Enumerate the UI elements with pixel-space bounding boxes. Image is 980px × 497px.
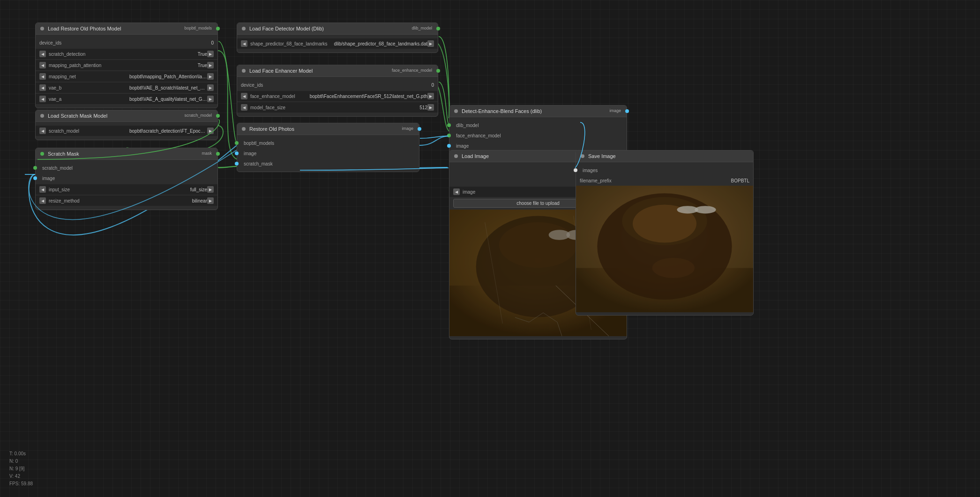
model-face-size-left-btn[interactable]: ◀ [241,104,247,111]
mapping-net-right-btn[interactable]: ▶ [207,73,214,80]
node-status-dot [454,109,458,113]
input-port-image [235,151,239,155]
images-label: images [583,168,749,173]
output-label-face-enhance: face_enhance_model [392,68,432,73]
device-ids-value: 0 [127,40,214,45]
load-face-enhancer-node: Load Face Enhancer Model face_enhance_mo… [237,65,438,117]
node-status-dot [40,114,44,118]
mapping-patch-left-btn[interactable]: ◀ [39,62,46,68]
output-port-face-enhance [436,69,440,73]
load-scratch-mask-node: Load Scratch Mask Model scratch_model ◀ … [35,110,218,140]
node-status-dot [454,154,458,158]
input-size-value: full_size [129,187,207,192]
input-port-dlib [447,123,451,127]
scratch-detection-right-btn[interactable]: ▶ [207,51,214,57]
node-status-dot [242,27,246,30]
node-body: scratch_model image ◀ input_size full_si… [36,160,217,210]
vae-b-row: ◀ vae_b bopbtl\VAE_B_scratch\latest_net_… [36,83,217,93]
input-size-right-btn[interactable]: ▶ [207,186,214,193]
scratch-detection-label: scratch_detection [46,52,129,57]
scratch-model-left-btn[interactable]: ◀ [39,128,46,134]
device-ids-label: device_ids [241,83,337,88]
node-title: Save Image [588,153,616,159]
vae-b-left-btn[interactable]: ◀ [39,84,46,91]
landmarks-row: ◀ shape_predictor_68_face_landmarks dlib… [237,38,438,49]
input-size-label: input_size [46,187,129,192]
node-header: Load Face Detector Model (Dlib) dlib_mod… [237,23,438,35]
output-port-mask [216,152,220,156]
image-label: image [244,151,415,156]
face-enhance-label: face_enhance_model [247,94,298,99]
svg-rect-18 [576,186,753,312]
face-enhance-value: bopbtl\FaceEnhancement\FaceSR_512\latest… [298,94,427,99]
output-label-bopbtl: bopbtl_models [184,26,212,30]
resize-method-right-btn[interactable]: ▶ [207,197,214,204]
enhanced-photo-svg [576,186,753,312]
input-port-image [447,144,451,148]
scratch-detection-row: ◀ scratch_detection True ▶ [36,49,217,59]
vae-a-right-btn[interactable]: ▶ [207,96,214,102]
node-header: Load Face Enhancer Model face_enhance_mo… [237,65,438,77]
enhanced-photo-preview [576,186,753,312]
model-face-size-right-btn[interactable]: ▶ [427,104,434,111]
resize-method-left-btn[interactable]: ◀ [39,197,46,204]
landmarks-label: shape_predictor_68_face_landmarks [247,41,330,46]
image-input-row: image [36,173,217,183]
node-body: device_ids 0 ◀ face_enhance_model bopbtl… [237,77,438,116]
node-title: Load Image [462,153,489,159]
input-port-bopbtl [235,141,239,145]
node-status-dot [242,69,246,73]
restore-old-photos-node: Restore Old Photos image bopbtl_models i… [237,123,419,172]
status-n1: N: 0 [9,458,33,465]
node-body: ◀ shape_predictor_68_face_landmarks dlib… [237,35,438,53]
status-n2: N: 9 [9] [9,465,33,473]
scratch-model-value: bopbtl\scratch_detection\FT_Epoch_latest… [129,128,207,134]
node-status-dot [581,154,584,158]
image-file-label: image [460,189,541,195]
landmarks-right-btn[interactable]: ▶ [427,40,434,47]
image-input-label: image [42,176,214,181]
vae-b-right-btn[interactable]: ▶ [207,84,214,91]
vae-a-left-btn[interactable]: ◀ [39,96,46,102]
mapping-patch-row: ◀ mapping_patch_attention True ▶ [36,60,217,70]
node-title: Load Scratch Mask Model [48,113,107,119]
images-input-row: images [576,165,753,175]
status-bar: T: 0.00s N: 0 N: 9 [9] V: 42 FPS: 59.88 [9,450,33,488]
scratch-model-input-row: scratch_model [36,163,217,173]
mapping-net-left-btn[interactable]: ◀ [39,73,46,80]
node-body: images filename_prefix BOPBTL [576,162,753,315]
face-enhance-left-btn[interactable]: ◀ [241,93,247,99]
input-size-left-btn[interactable]: ◀ [39,186,46,193]
device-ids-row: device_ids 0 [237,80,438,90]
model-face-size-value: 512 [340,105,427,110]
output-port-dlib [436,27,440,30]
face-enhance-input-row: face_enhance_model [449,130,627,141]
output-port-image [625,109,629,113]
mapping-patch-label: mapping_patch_attention [46,63,129,68]
scratch-detection-left-btn[interactable]: ◀ [39,51,46,57]
vae-a-label: vae_a [46,97,129,102]
device-ids-row: device_ids 0 [36,38,217,48]
vae-a-value: bopbtl\VAE_A_quality\latest_net_G.pth [129,97,207,102]
node-status-dot [40,27,44,30]
scratch-detection-value: True [129,52,207,57]
load-restore-model-node: Load Restore Old Photos Model bopbtl_mod… [35,23,218,108]
status-v: V: 42 [9,473,33,480]
face-enhance-right-btn[interactable]: ▶ [427,93,434,99]
scratch-mask-label: scratch_mask [244,161,415,166]
scratch-model-right-btn[interactable]: ▶ [207,128,214,134]
image-label: image [456,143,623,149]
node-header: Save Image [576,151,753,162]
mapping-net-label: mapping_net [46,74,129,79]
model-face-size-label: model_face_size [247,105,340,110]
output-label-scratch: scratch_model [184,113,212,118]
scratch-mask-input-row: scratch_mask [237,158,419,169]
image-file-left-btn[interactable]: ◀ [453,188,460,195]
output-port-bopbtl [216,27,220,30]
device-ids-value: 0 [337,83,434,88]
face-enhance-model-row: ◀ face_enhance_model bopbtl\FaceEnhancem… [237,91,438,101]
load-face-detector-node: Load Face Detector Model (Dlib) dlib_mod… [237,23,438,53]
output-label-mask: mask [202,151,212,156]
landmarks-left-btn[interactable]: ◀ [241,40,247,47]
mapping-patch-right-btn[interactable]: ▶ [207,62,214,68]
